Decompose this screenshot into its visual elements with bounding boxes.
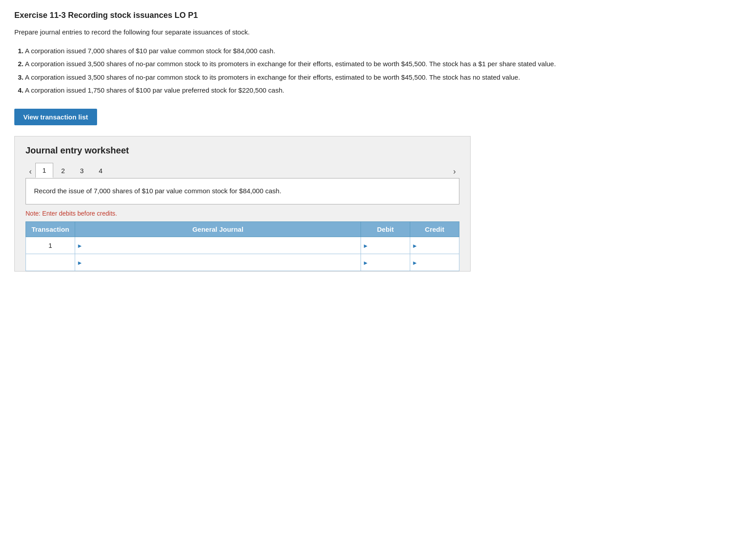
row2-journal-cell: ►	[75, 254, 361, 271]
table-row-1: 1 ► ► ►	[26, 237, 459, 254]
prev-tab-chevron[interactable]: ‹	[25, 165, 35, 178]
problem-3-text: A corporation issued 3,500 shares of no-…	[25, 73, 520, 81]
row1-credit-cell: ►	[410, 237, 459, 254]
row1-credit-indicator: ►	[412, 242, 418, 249]
row1-debit-cell: ►	[361, 237, 410, 254]
journal-table: Transaction General Journal Debit Credit…	[25, 221, 459, 271]
exercise-title: Exercise 11-3 Recording stock issuances …	[14, 11, 742, 20]
view-transaction-button[interactable]: View transaction list	[14, 109, 97, 125]
note-text: Note: Enter debits before credits.	[25, 210, 459, 217]
tab-3[interactable]: 3	[73, 163, 91, 178]
problem-4-number: 4.	[18, 86, 24, 94]
problem-4-text: A corporation issued 1,750 shares of $10…	[25, 86, 285, 94]
row2-credit-indicator: ►	[412, 259, 418, 266]
worksheet-title: Journal entry worksheet	[25, 145, 459, 156]
col-header-general-journal: General Journal	[75, 222, 361, 237]
problem-list: 1. A corporation issued 7,000 shares of …	[14, 46, 742, 95]
row1-journal-cell: ►	[75, 237, 361, 254]
row2-debit-indicator: ►	[363, 259, 369, 266]
row2-transaction	[26, 254, 75, 271]
problem-2-number: 2.	[18, 60, 24, 68]
row2-debit-cell: ►	[361, 254, 410, 271]
worksheet-body: Record the issue of 7,000 shares of $10 …	[25, 178, 459, 204]
problem-1: 1. A corporation issued 7,000 shares of …	[18, 46, 742, 56]
row1-entry-indicator: ►	[77, 242, 83, 249]
problem-4: 4. A corporation issued 1,750 shares of …	[18, 85, 742, 95]
next-tab-chevron[interactable]: ›	[450, 165, 459, 178]
problem-3-number: 3.	[18, 73, 24, 81]
col-header-credit: Credit	[410, 222, 459, 237]
tab-1[interactable]: 1	[35, 163, 53, 178]
col-header-debit: Debit	[361, 222, 410, 237]
col-header-transaction: Transaction	[26, 222, 75, 237]
tabs-row: ‹ 1 2 3 4 ›	[25, 163, 459, 178]
problem-2-text: A corporation issued 3,500 shares of no-…	[25, 60, 556, 68]
problem-3: 3. A corporation issued 3,500 shares of …	[18, 72, 742, 82]
row2-journal-input[interactable]	[75, 254, 361, 271]
intro-text: Prepare journal entries to record the fo…	[14, 28, 742, 36]
row1-debit-indicator: ►	[363, 242, 369, 249]
row2-credit-cell: ►	[410, 254, 459, 271]
worksheet-container: Journal entry worksheet ‹ 1 2 3 4 › Reco…	[14, 136, 471, 272]
row1-journal-input[interactable]	[75, 237, 361, 254]
problem-1-text: A corporation issued 7,000 shares of $10…	[25, 47, 276, 55]
problem-2: 2. A corporation issued 3,500 shares of …	[18, 59, 742, 69]
table-row-2: ► ► ►	[26, 254, 459, 271]
worksheet-description: Record the issue of 7,000 shares of $10 …	[34, 186, 451, 196]
problem-1-number: 1.	[18, 47, 24, 55]
row1-transaction: 1	[26, 237, 75, 254]
tab-2[interactable]: 2	[54, 163, 72, 178]
row2-entry-indicator: ►	[77, 259, 83, 266]
tab-4[interactable]: 4	[92, 163, 110, 178]
